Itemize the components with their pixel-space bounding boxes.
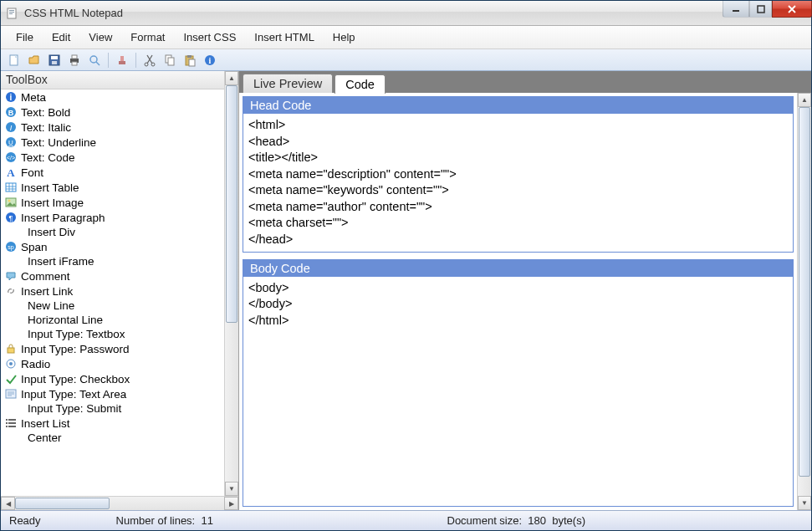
zoom-icon[interactable] (86, 52, 103, 69)
scroll-down-button[interactable]: ▼ (225, 482, 238, 496)
menu-insert-css[interactable]: Insert CSS (175, 28, 244, 47)
status-docsize: Document size: 180 byte(s) (447, 514, 586, 527)
scroll-hthumb[interactable] (15, 498, 110, 509)
toolbox-item[interactable]: spSpan (1, 239, 224, 254)
svg-rect-21 (187, 55, 192, 58)
new-file-icon[interactable] (6, 52, 23, 69)
comment-icon (4, 269, 18, 283)
sidebar: ToolBox iMetaBText: BoldIText: ItalicUTe… (1, 71, 239, 510)
password-icon (4, 342, 18, 355)
scroll-right-button[interactable]: ▶ (224, 497, 238, 510)
svg-rect-9 (52, 61, 57, 64)
toolbox-item[interactable]: iMeta (1, 89, 224, 105)
toolbox-item-label: Text: Code (21, 151, 75, 164)
scroll-up-button[interactable]: ▲ (225, 71, 238, 85)
toolbox-item[interactable]: Insert List (1, 416, 224, 431)
toolbox: ToolBox iMetaBText: BoldIText: ItalicUTe… (1, 71, 224, 496)
toolbox-item-label: Input Type: Password (21, 343, 130, 355)
svg-rect-5 (758, 6, 764, 13)
toolbox-item[interactable]: Insert Link (1, 283, 224, 299)
svg-text:B: B (8, 109, 14, 117)
toolbox-item[interactable]: Radio (1, 356, 224, 371)
status-docsize-value: 180 (528, 514, 546, 527)
open-folder-icon[interactable] (26, 52, 43, 69)
toolbox-item[interactable]: Input Type: Checkbox (1, 371, 224, 386)
maximize-button[interactable] (749, 1, 772, 18)
menu-edit[interactable]: Edit (43, 28, 79, 47)
scroll-left-button[interactable]: ◀ (1, 497, 15, 510)
svg-text:</>: </> (7, 155, 15, 161)
svg-text:i: i (209, 56, 212, 65)
print-icon[interactable] (66, 52, 83, 69)
toolbox-item[interactable]: Insert Div (1, 225, 224, 239)
toolbox-item[interactable]: Comment (1, 268, 224, 283)
span-icon: sp (4, 240, 18, 253)
toolbox-item[interactable]: BText: Bold (1, 105, 224, 120)
scroll-down-button[interactable]: ▼ (798, 496, 811, 510)
window-buttons (723, 1, 812, 18)
bold-icon: B (4, 105, 18, 119)
status-docsize-unit: byte(s) (552, 514, 585, 527)
body-code-panel: Body Code <body> </body> </html> (243, 259, 794, 508)
scroll-up-button[interactable]: ▲ (798, 93, 811, 107)
sidebar-vertical-scrollbar[interactable]: ▲ ▼ (224, 71, 238, 496)
toolbar-separator (135, 53, 136, 68)
main-area: ToolBox iMetaBText: BoldIText: ItalicUTe… (1, 71, 811, 510)
toolbox-item[interactable]: Horizontal Line (1, 313, 224, 327)
info-icon[interactable]: i (202, 52, 218, 69)
menu-file[interactable]: File (8, 28, 42, 47)
scroll-track[interactable] (225, 85, 238, 482)
toolbox-item[interactable]: Insert Image (1, 195, 224, 210)
cut-icon[interactable] (141, 52, 158, 69)
tab-code[interactable]: Code (335, 74, 386, 94)
scroll-thumb[interactable] (799, 107, 810, 477)
status-bar: Ready Number of lines: 11 Document size:… (1, 510, 811, 530)
svg-text:i: i (10, 93, 13, 102)
stamp-icon[interactable] (114, 52, 130, 69)
content-vertical-scrollbar[interactable]: ▲ ▼ (797, 93, 811, 510)
toolbox-item-label: Center (28, 431, 62, 444)
toolbox-item[interactable]: AFont (1, 165, 224, 180)
toolbar: i (1, 49, 811, 71)
link-icon (4, 284, 18, 298)
meta-icon: i (4, 90, 18, 104)
tabs-row: Live Preview Code (239, 71, 811, 93)
toolbox-item[interactable]: Input Type: Password (1, 341, 224, 356)
menu-insert-html[interactable]: Insert HTML (246, 28, 323, 47)
toolbox-item[interactable]: UText: Underline (1, 135, 224, 150)
scroll-thumb[interactable] (226, 85, 237, 323)
svg-rect-15 (120, 56, 124, 61)
toolbox-item-label: Insert Paragraph (21, 212, 105, 224)
save-icon[interactable] (46, 52, 63, 69)
toolbox-item-label: Insert Link (21, 285, 73, 298)
toolbox-item[interactable]: Input Type: Textbox (1, 327, 224, 341)
menu-format[interactable]: Format (122, 28, 173, 47)
toolbox-item[interactable]: Input Type: Text Area (1, 386, 224, 401)
toolbox-item[interactable]: Insert Table (1, 180, 224, 195)
minimize-button[interactable] (723, 1, 749, 18)
toolbox-item[interactable]: Insert iFrame (1, 254, 224, 268)
scroll-track[interactable] (798, 107, 811, 496)
sidebar-horizontal-scrollbar[interactable]: ◀ ▶ (1, 496, 238, 510)
toolbox-item-label: Span (21, 241, 48, 253)
toolbox-item-label: Input Type: Checkbox (21, 373, 130, 385)
scroll-htrack[interactable] (15, 497, 224, 510)
head-code-editor[interactable]: <html> <head> <title></title> <meta name… (243, 114, 793, 252)
toolbox-item[interactable]: IText: Italic (1, 120, 224, 135)
body-code-editor[interactable]: <body> </body> </html> (243, 277, 793, 507)
toolbox-item[interactable]: </>Text: Code (1, 150, 224, 165)
menu-view[interactable]: View (80, 28, 120, 47)
paste-icon[interactable] (181, 52, 198, 69)
head-code-title: Head Code (243, 97, 793, 114)
body-code-title: Body Code (243, 260, 793, 277)
close-button[interactable] (772, 1, 812, 18)
svg-rect-36 (6, 183, 16, 191)
image-icon (4, 196, 18, 209)
menu-help[interactable]: Help (324, 28, 364, 47)
toolbox-item[interactable]: Input Type: Submit (1, 401, 224, 416)
copy-icon[interactable] (161, 52, 178, 69)
toolbox-item[interactable]: ¶Insert Paragraph (1, 210, 224, 225)
toolbox-item[interactable]: Center (1, 431, 224, 445)
tab-live-preview[interactable]: Live Preview (243, 74, 333, 93)
toolbox-item[interactable]: New Line (1, 299, 224, 313)
